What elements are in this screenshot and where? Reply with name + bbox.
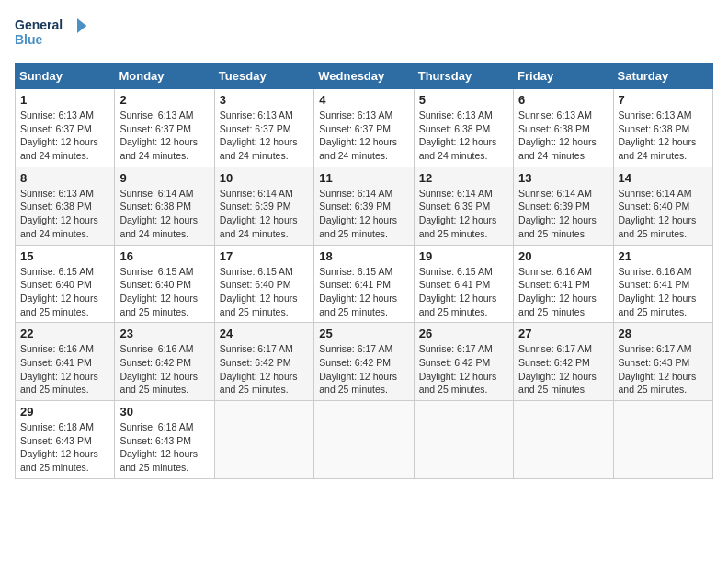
calendar-day-cell (214, 401, 313, 479)
day-number: 25 (319, 327, 408, 340)
day-info: Sunrise: 6:17 AMSunset: 6:43 PMDaylight:… (619, 343, 697, 395)
day-number: 18 (319, 249, 408, 263)
calendar-col-header: Wednesday (314, 63, 414, 89)
day-info: Sunrise: 6:15 AMSunset: 6:40 PMDaylight:… (20, 266, 98, 317)
calendar-col-header: Friday (514, 63, 613, 89)
svg-text:Blue: Blue (15, 32, 43, 47)
calendar-day-cell: 23 Sunrise: 6:16 AMSunset: 6:42 PMDaylig… (115, 323, 214, 401)
calendar-day-cell: 15 Sunrise: 6:15 AMSunset: 6:40 PMDaylig… (16, 245, 115, 323)
day-number: 24 (220, 327, 309, 340)
day-number: 21 (619, 249, 708, 263)
calendar-day-cell (314, 401, 414, 479)
calendar-day-cell: 10 Sunrise: 6:14 AMSunset: 6:39 PMDaylig… (214, 167, 313, 245)
calendar-week-row: 15 Sunrise: 6:15 AMSunset: 6:40 PMDaylig… (16, 245, 713, 323)
page-header: General Blue (15, 15, 713, 52)
day-info: Sunrise: 6:14 AMSunset: 6:39 PMDaylight:… (518, 188, 597, 239)
day-number: 15 (20, 249, 109, 263)
logo-svg: General Blue (15, 15, 88, 52)
calendar-day-cell: 13 Sunrise: 6:14 AMSunset: 6:39 PMDaylig… (514, 167, 613, 245)
day-number: 3 (220, 93, 309, 107)
day-info: Sunrise: 6:15 AMSunset: 6:41 PMDaylight:… (419, 266, 497, 317)
day-number: 4 (319, 93, 408, 107)
calendar-day-cell: 27 Sunrise: 6:17 AMSunset: 6:42 PMDaylig… (514, 323, 613, 401)
day-number: 11 (319, 171, 408, 185)
day-number: 16 (119, 249, 209, 263)
day-number: 30 (119, 405, 209, 419)
calendar-day-cell: 28 Sunrise: 6:17 AMSunset: 6:43 PMDaylig… (613, 323, 712, 401)
calendar-day-cell: 24 Sunrise: 6:17 AMSunset: 6:42 PMDaylig… (214, 323, 313, 401)
day-number: 22 (20, 327, 109, 340)
day-number: 1 (20, 93, 109, 107)
day-number: 10 (220, 171, 309, 185)
calendar-day-cell: 3 Sunrise: 6:13 AMSunset: 6:37 PMDayligh… (214, 89, 313, 167)
calendar-day-cell: 29 Sunrise: 6:18 AMSunset: 6:43 PMDaylig… (16, 401, 115, 479)
calendar-col-header: Tuesday (214, 63, 313, 89)
day-info: Sunrise: 6:17 AMSunset: 6:42 PMDaylight:… (220, 343, 298, 395)
calendar-day-cell (613, 401, 712, 479)
calendar-header-row: SundayMondayTuesdayWednesdayThursdayFrid… (16, 63, 713, 89)
logo: General Blue (15, 15, 88, 52)
day-info: Sunrise: 6:16 AMSunset: 6:41 PMDaylight:… (518, 266, 597, 317)
calendar-day-cell: 8 Sunrise: 6:13 AMSunset: 6:38 PMDayligh… (16, 167, 115, 245)
day-info: Sunrise: 6:13 AMSunset: 6:38 PMDaylight:… (419, 109, 497, 161)
calendar-day-cell: 26 Sunrise: 6:17 AMSunset: 6:42 PMDaylig… (414, 323, 513, 401)
calendar-day-cell: 20 Sunrise: 6:16 AMSunset: 6:41 PMDaylig… (514, 245, 613, 323)
day-info: Sunrise: 6:15 AMSunset: 6:40 PMDaylight:… (220, 266, 298, 317)
calendar-col-header: Monday (115, 63, 214, 89)
day-info: Sunrise: 6:16 AMSunset: 6:41 PMDaylight:… (619, 266, 697, 317)
day-info: Sunrise: 6:15 AMSunset: 6:40 PMDaylight:… (119, 266, 198, 317)
day-info: Sunrise: 6:17 AMSunset: 6:42 PMDaylight:… (419, 343, 497, 395)
calendar-week-row: 1 Sunrise: 6:13 AMSunset: 6:37 PMDayligh… (16, 89, 713, 167)
calendar-col-header: Sunday (16, 63, 115, 89)
calendar-day-cell: 1 Sunrise: 6:13 AMSunset: 6:37 PMDayligh… (16, 89, 115, 167)
day-info: Sunrise: 6:14 AMSunset: 6:39 PMDaylight:… (220, 188, 298, 239)
day-info: Sunrise: 6:13 AMSunset: 6:37 PMDaylight:… (119, 109, 198, 161)
calendar-day-cell: 22 Sunrise: 6:16 AMSunset: 6:41 PMDaylig… (16, 323, 115, 401)
day-info: Sunrise: 6:16 AMSunset: 6:41 PMDaylight:… (20, 343, 98, 395)
calendar-week-row: 29 Sunrise: 6:18 AMSunset: 6:43 PMDaylig… (16, 401, 713, 479)
day-number: 27 (518, 327, 608, 340)
calendar-day-cell: 7 Sunrise: 6:13 AMSunset: 6:38 PMDayligh… (613, 89, 712, 167)
day-info: Sunrise: 6:13 AMSunset: 6:37 PMDaylight:… (20, 109, 98, 161)
day-info: Sunrise: 6:13 AMSunset: 6:37 PMDaylight:… (319, 109, 397, 161)
calendar-day-cell: 5 Sunrise: 6:13 AMSunset: 6:38 PMDayligh… (414, 89, 513, 167)
calendar-week-row: 8 Sunrise: 6:13 AMSunset: 6:38 PMDayligh… (16, 167, 713, 245)
calendar-day-cell: 9 Sunrise: 6:14 AMSunset: 6:38 PMDayligh… (115, 167, 214, 245)
calendar-col-header: Saturday (613, 63, 712, 89)
day-info: Sunrise: 6:14 AMSunset: 6:40 PMDaylight:… (619, 188, 697, 239)
day-number: 12 (419, 171, 508, 185)
day-number: 17 (220, 249, 309, 263)
calendar-day-cell (414, 401, 513, 479)
day-info: Sunrise: 6:14 AMSunset: 6:38 PMDaylight:… (119, 188, 198, 239)
day-number: 28 (619, 327, 708, 340)
day-info: Sunrise: 6:17 AMSunset: 6:42 PMDaylight:… (518, 343, 597, 395)
day-number: 29 (20, 405, 109, 419)
day-number: 14 (619, 171, 708, 185)
day-info: Sunrise: 6:18 AMSunset: 6:43 PMDaylight:… (119, 421, 198, 473)
day-info: Sunrise: 6:13 AMSunset: 6:38 PMDaylight:… (518, 109, 597, 161)
day-number: 13 (518, 171, 608, 185)
day-info: Sunrise: 6:13 AMSunset: 6:38 PMDaylight:… (619, 109, 697, 161)
calendar-day-cell: 30 Sunrise: 6:18 AMSunset: 6:43 PMDaylig… (115, 401, 214, 479)
day-number: 8 (20, 171, 109, 185)
day-number: 2 (119, 93, 209, 107)
day-number: 5 (419, 93, 508, 107)
day-number: 26 (419, 327, 508, 340)
day-info: Sunrise: 6:14 AMSunset: 6:39 PMDaylight:… (419, 188, 497, 239)
day-info: Sunrise: 6:15 AMSunset: 6:41 PMDaylight:… (319, 266, 397, 317)
day-number: 9 (119, 171, 209, 185)
day-number: 20 (518, 249, 608, 263)
calendar-week-row: 22 Sunrise: 6:16 AMSunset: 6:41 PMDaylig… (16, 323, 713, 401)
calendar-day-cell: 21 Sunrise: 6:16 AMSunset: 6:41 PMDaylig… (613, 245, 712, 323)
calendar-col-header: Thursday (414, 63, 513, 89)
day-number: 6 (518, 93, 608, 107)
day-info: Sunrise: 6:14 AMSunset: 6:39 PMDaylight:… (319, 188, 397, 239)
calendar-day-cell: 14 Sunrise: 6:14 AMSunset: 6:40 PMDaylig… (613, 167, 712, 245)
calendar-day-cell: 18 Sunrise: 6:15 AMSunset: 6:41 PMDaylig… (314, 245, 414, 323)
day-number: 19 (419, 249, 508, 263)
calendar-day-cell: 19 Sunrise: 6:15 AMSunset: 6:41 PMDaylig… (414, 245, 513, 323)
day-info: Sunrise: 6:16 AMSunset: 6:42 PMDaylight:… (119, 343, 198, 395)
day-number: 7 (619, 93, 708, 107)
day-number: 23 (119, 327, 209, 340)
day-info: Sunrise: 6:17 AMSunset: 6:42 PMDaylight:… (319, 343, 397, 395)
